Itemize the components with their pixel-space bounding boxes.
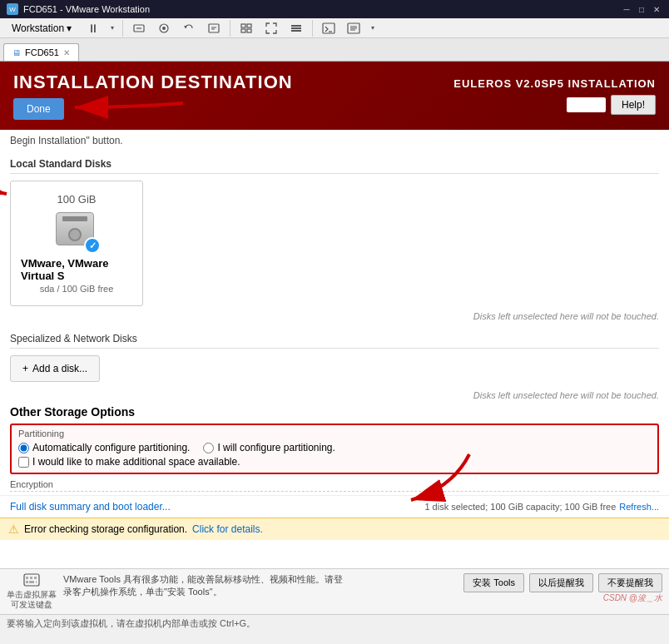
auto-partition-radio[interactable] [18,443,29,453]
pause-dropdown[interactable]: ▾ [107,17,118,40]
space-checkbox[interactable] [18,457,29,468]
svg-rect-26 [30,577,32,579]
svg-rect-8 [241,24,245,27]
fullscreen-button[interactable] [260,17,283,40]
separator2 [230,20,230,37]
full-disk-summary-link[interactable]: Full disk summary and boot loader... [10,501,171,513]
svg-marker-4 [184,26,187,28]
disk-icon-container: ✓ [56,212,97,250]
local-disks-label: Local Standard Disks [10,151,659,174]
snapshots-button[interactable] [202,17,225,40]
settings-button[interactable] [342,17,365,40]
error-details-link[interactable]: Click for details. [192,523,263,535]
more-btn[interactable]: ▾ [367,17,379,40]
svg-rect-5 [209,24,219,32]
svg-rect-30 [36,581,37,583]
install-title: INSTALLATION DESTINATION [13,72,293,93]
window-title: FCD651 - VMware Workstation [23,4,616,14]
other-storage-title: Other Storage Options [10,405,659,419]
send-ctrl-alt-del[interactable] [127,17,151,40]
svg-rect-14 [291,30,301,32]
snapshot-button[interactable] [152,17,176,40]
manual-partition-label: I will configure partitioning. [217,442,334,453]
view-button[interactable] [235,17,258,40]
svg-rect-24 [24,574,39,586]
never-remind-button[interactable]: 不要提醒我 [598,573,662,592]
svg-rect-9 [247,24,251,27]
pause-button[interactable]: ⏸ [82,17,105,40]
status-bar-bottom: 要将输入定向到该虚拟机，请在虚拟机内部单击或按 Ctrl+G。 [0,614,669,632]
remind-later-button[interactable]: 以后提醒我 [529,573,593,592]
tab-bar: 🖥 FCD651 ✕ [0,38,669,62]
bottom-status-bar: Full disk summary and boot loader... 1 d… [0,495,669,518]
header-left: INSTALLATION DESTINATION Done [13,72,293,120]
hint2: Disks left unselected here will not be t… [10,389,659,405]
partitioning-section: Partitioning Automatically configure par… [10,424,659,474]
intro-text: Begin Installation" button. [10,130,659,151]
keyboard-icon [23,573,40,588]
app-icon: W [7,3,18,15]
tab-label: FCD651 [25,47,59,57]
svg-rect-13 [291,27,301,29]
keyboard-layout[interactable]: ⌨ us [567,97,606,112]
svg-rect-12 [291,25,301,27]
svg-point-3 [162,27,166,30]
keyboard-tip: 单击虚拟屏幕可发送键盘 [7,573,57,610]
disk-size: 100 GiB [57,193,97,206]
vm-tools-text: VMware Tools 具有很多功能，能改善鼠标移动性、视频和性能。请登 录客… [63,573,457,599]
warning-icon: ⚠ [8,523,19,536]
header-right: EULEROS V2.0SP5 INSTALLATION ⌨ us Help! [453,77,656,115]
disk-slot [62,216,87,221]
minimize-button[interactable]: ─ [621,3,632,15]
error-text: Error checking storage configuration. [24,523,187,535]
manual-partition-option[interactable]: I will configure partitioning. [203,442,334,453]
vm-tools-bar: 单击虚拟屏幕可发送键盘 VMware Tools 具有很多功能，能改善鼠标移动性… [0,568,669,614]
disk-selected-check: ✓ [84,237,101,254]
install-header: INSTALLATION DESTINATION Done EULEROS V2… [0,62,669,130]
separator3 [312,20,313,37]
disk-platter [68,228,82,241]
svg-rect-28 [26,581,28,583]
vm-content-area: INSTALLATION DESTINATION Done EULEROS V2… [0,62,669,614]
menu-bar: Workstation ▾ ⏸ ▾ [0,18,669,38]
terminal-button[interactable] [317,17,340,40]
install-subtitle: EULEROS V2.0SP5 INSTALLATION [453,77,656,90]
close-button[interactable]: ✕ [651,3,662,15]
disk-info: sda / 100 GiB free [40,284,114,294]
add-disk-icon: + [22,363,28,374]
encryption-section: Encryption [10,479,659,492]
disk-item[interactable]: 100 GiB ✓ VMware, VMware Virtual S sda /… [10,181,143,306]
refresh-link[interactable]: Refresh... [619,502,659,512]
tab-close-button[interactable]: ✕ [63,48,70,57]
install-tools-button[interactable]: 安装 Tools [463,573,524,592]
content-inner: Begin Installation" button. Local Standa… [0,130,669,492]
more-view-btn[interactable] [285,17,308,40]
other-storage-section: Other Storage Options Partitioning Autom… [10,405,659,492]
manual-partition-radio[interactable] [203,443,214,453]
svg-rect-11 [247,29,251,32]
auto-partition-label: Automatically configure partitioning. [32,442,190,453]
space-checkbox-row[interactable]: I would like to make additional space av… [18,456,651,468]
svg-rect-25 [26,577,28,579]
arrow-to-disk [0,173,11,223]
done-button[interactable]: Done [13,98,64,120]
svg-rect-10 [241,29,245,32]
workstation-menu[interactable]: Workstation ▾ [5,21,78,36]
help-button[interactable]: Help! [611,95,656,115]
revert-button[interactable] [177,17,201,40]
space-checkbox-label: I would like to make additional space av… [32,456,240,468]
separator [122,20,123,37]
vm-tab-fcd651[interactable]: 🖥 FCD651 ✕ [3,43,79,61]
disk-name: VMware, VMware Virtual S [21,257,132,282]
vm-tools-buttons: 安装 Tools 以后提醒我 不要提醒我 [463,573,662,592]
maximize-button[interactable]: □ [636,3,647,15]
svg-rect-29 [29,581,34,583]
specialized-disks-label: Specialized & Network Disks [10,326,659,349]
svg-rect-27 [34,577,37,579]
partitioning-label: Partitioning [18,429,651,438]
hint1: Disks left unselected here will not be t… [10,310,659,326]
auto-partition-option[interactable]: Automatically configure partitioning. [18,442,190,453]
main-scroll-area[interactable]: Begin Installation" button. Local Standa… [0,130,669,568]
radio-row: Automatically configure partitioning. I … [18,442,651,453]
add-disk-button[interactable]: + Add a disk... [10,355,100,382]
